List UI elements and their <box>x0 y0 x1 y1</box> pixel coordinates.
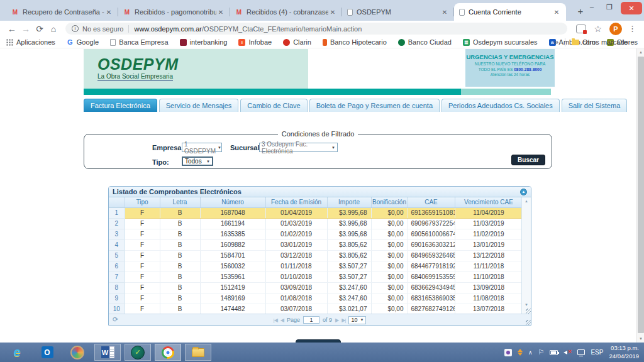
blocked-content-icon[interactable] <box>576 25 586 33</box>
bookmark-item[interactable]: Banco Ciudad <box>398 38 452 46</box>
bookmark-item[interactable]: Banco Hipotecario <box>323 38 387 46</box>
page-size-select[interactable]: 10▼ <box>348 316 366 324</box>
table-row[interactable]: 7 F B 1535961 01/10/2018 $3.507,27 $0,00… <box>109 272 523 282</box>
column-header[interactable]: Vencimiento CAE <box>455 197 523 207</box>
empresa-select[interactable]: 1 OSDEPYM▼ <box>182 143 222 152</box>
site-nav-tab[interactable]: Salir del Sistema <box>562 99 628 112</box>
bookmark-item[interactable]: Clarin <box>283 38 311 46</box>
column-header[interactable] <box>109 197 125 207</box>
site-nav-tab[interactable]: Periodos Adeudados Cs. Sociales <box>441 99 560 112</box>
table-scrollbar[interactable]: ▲ ▼ <box>521 197 531 314</box>
browser-tab[interactable]: Recibidos - pagomonotributo ✕ <box>118 3 230 21</box>
bookmark-item[interactable]: Osdepym sucursales <box>463 38 538 46</box>
browser-tab[interactable]: OSDEPYM ✕ <box>342 3 454 21</box>
site-nav-tab[interactable]: Boleta de Pago y Resumen de cuenta <box>309 99 440 112</box>
tipo-select[interactable]: Todos▼ <box>182 156 213 166</box>
bookmark-item[interactable]: Banca Empresa <box>110 38 168 46</box>
network-icon[interactable] <box>577 349 585 355</box>
scroll-up-icon[interactable]: ▲ <box>522 197 531 205</box>
window-minimize-button[interactable]: – <box>583 0 601 14</box>
tray-updown-arrows-icon[interactable] <box>518 349 523 356</box>
table-row[interactable]: 6 F B 1560032 01/11/2018 $3.507,27 $0,00… <box>109 261 523 272</box>
last-page-icon[interactable]: ▶| <box>341 317 345 323</box>
table-row[interactable]: 4 F B 1609882 03/01/2019 $3.805,62 $0,00… <box>109 239 523 250</box>
table-row[interactable]: 5 F B 1584701 03/12/2018 $3.805,62 $0,00… <box>109 250 523 261</box>
tray-app-icon[interactable] <box>504 349 512 356</box>
bookmark-item[interactable]: interbanking <box>180 38 228 46</box>
browser-tab[interactable]: Recibidos (4) - cobranzasempre ✕ <box>230 3 342 21</box>
buscar-button[interactable]: Buscar <box>511 155 545 165</box>
tray-expand-icon[interactable]: ∧ <box>528 349 533 356</box>
bookmark-item[interactable]: Aplicaciones <box>6 38 55 46</box>
bookmarks-overflow-chevron[interactable]: » <box>554 38 558 47</box>
scroll-down-icon[interactable]: ▼ <box>522 301 531 309</box>
taskbar-app[interactable] <box>185 344 211 361</box>
pager-resize-grip-icon[interactable] <box>526 320 531 325</box>
taskbar-app[interactable] <box>34 344 60 361</box>
page-input[interactable] <box>303 316 319 324</box>
taskbar-app[interactable] <box>155 344 181 361</box>
taskbar-app[interactable] <box>125 344 151 361</box>
column-header[interactable]: Letra <box>160 197 200 207</box>
page-scroll-thumb[interactable] <box>638 57 644 333</box>
table-row[interactable]: 10 F B 1474482 03/07/2018 $3.021,07 $0,0… <box>109 304 523 314</box>
next-page-icon[interactable]: ▶ <box>335 317 338 323</box>
bookmark-star-icon[interactable]: ☆ <box>594 24 602 34</box>
info-icon[interactable]: i <box>72 25 79 32</box>
table-row[interactable]: 1 F B 1687048 01/04/2019 $3.995,68 $0,00… <box>109 207 523 218</box>
page-scrollbar[interactable]: ▲ ▼ <box>636 48 644 343</box>
language-indicator[interactable]: ESP <box>591 349 603 356</box>
page-scroll-down-icon[interactable]: ▼ <box>637 335 644 343</box>
tab-close-icon[interactable]: ✕ <box>552 8 561 16</box>
menu-kebab-icon[interactable]: ⋮ <box>628 24 636 33</box>
column-header[interactable]: Importe <box>327 197 371 207</box>
page-scroll-up-icon[interactable]: ▲ <box>637 48 644 56</box>
collapse-panel-icon[interactable]: ▲ <box>520 189 527 195</box>
column-header[interactable]: Tipo <box>125 197 160 207</box>
volume-muted-icon[interactable] <box>564 349 572 356</box>
column-header[interactable]: Fecha de Emisión <box>265 197 327 207</box>
browser-tab[interactable]: Cuenta Corriente ✕ <box>454 3 566 21</box>
column-header[interactable]: Número <box>200 197 265 207</box>
battery-icon[interactable] <box>550 350 558 355</box>
cell-bonificacion: $0,00 <box>371 239 408 250</box>
tab-close-icon[interactable]: ✕ <box>104 8 113 16</box>
table-row[interactable]: 9 F B 1489169 01/08/2018 $3.247,60 $0,00… <box>109 293 523 304</box>
browser-tab[interactable]: Recupero de Contraseña - cinti ✕ <box>6 3 118 21</box>
window-maximize-button[interactable]: ❐ <box>601 0 618 14</box>
back-icon[interactable]: ← <box>5 22 19 36</box>
table-row[interactable]: 3 F B 1635385 01/02/2019 $3.995,68 $0,00… <box>109 229 523 239</box>
tab-close-icon[interactable]: ✕ <box>328 8 337 16</box>
bookmark-item[interactable]: Infobae <box>238 38 272 46</box>
table-row[interactable]: 2 F B 1661194 01/03/2019 $3.995,68 $0,00… <box>109 218 523 229</box>
address-bar[interactable]: i No es seguro www.osdepym.com.ar /OSDEP… <box>65 23 567 35</box>
bookmark-item[interactable]: Google <box>67 38 99 46</box>
tab-close-icon[interactable]: ✕ <box>216 8 225 16</box>
resize-grip-icon[interactable] <box>526 309 531 314</box>
site-nav-tab[interactable]: Cambio de Clave <box>240 99 307 112</box>
taskbar-app[interactable]: W <box>94 344 121 361</box>
reload-icon[interactable]: ⟳ <box>33 22 47 36</box>
taskbar-app[interactable] <box>64 344 91 361</box>
cell-importe: $3.247,60 <box>327 293 371 304</box>
first-page-icon[interactable]: |◀ <box>274 317 277 323</box>
cell-numero: 1661194 <box>200 218 265 229</box>
prev-page-icon[interactable]: ◀ <box>280 317 284 323</box>
clock[interactable]: 03:13 p.m. 24/04/2019 <box>609 344 639 360</box>
cell-bonificacion: $0,00 <box>371 293 408 304</box>
sucursal-select[interactable]: 3 Osdepym Fac. Electrónica▼ <box>259 143 338 152</box>
taskbar-app[interactable] <box>4 344 30 361</box>
site-nav-tab[interactable]: Factura Electrónica <box>84 99 157 112</box>
home-icon[interactable]: ⌂ <box>47 22 60 36</box>
column-header[interactable]: Bonificación <box>371 197 408 207</box>
forward-icon[interactable]: → <box>19 22 33 36</box>
table-row[interactable]: 8 F B 1512419 03/09/2018 $3.247,60 $0,00… <box>109 282 523 293</box>
profile-avatar[interactable]: P <box>609 23 622 35</box>
site-nav-tab[interactable]: Servicio de Mensajes <box>159 99 239 112</box>
tab-close-icon[interactable]: ✕ <box>440 8 449 16</box>
grid-table-wrap: TipoLetraNúmeroFecha de EmisiónImporteBo… <box>109 197 523 314</box>
window-close-button[interactable]: ✕ <box>621 2 642 14</box>
other-bookmarks-label[interactable]: Otros marcadores <box>582 38 638 46</box>
action-center-flag-icon[interactable]: ⚐ <box>538 348 545 356</box>
column-header[interactable]: CAE <box>408 197 455 207</box>
